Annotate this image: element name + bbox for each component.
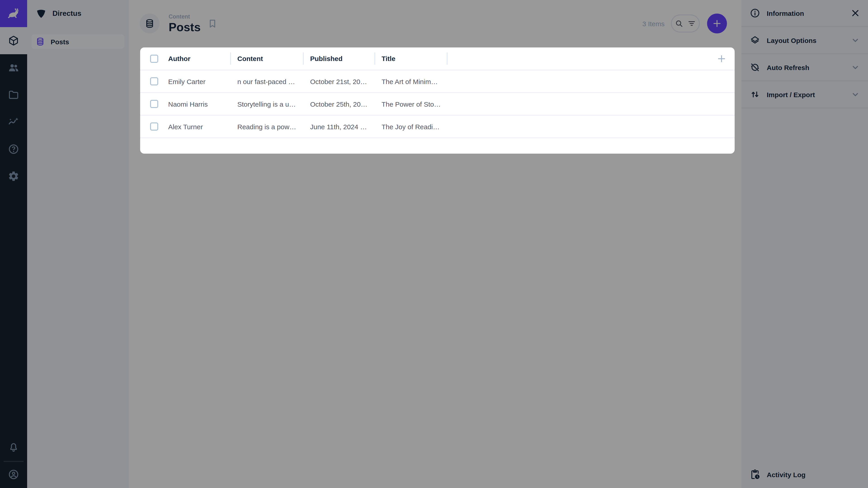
cell-published: June 11th, 2024 … (304, 123, 375, 130)
cell-content: Reading is a pow… (231, 123, 304, 130)
column-header-author[interactable]: Author (162, 47, 231, 70)
row-select-cell (140, 100, 162, 108)
cell-title: The Joy of Readi… (375, 123, 447, 130)
select-all-cell (140, 47, 162, 70)
column-header-title[interactable]: Title (375, 47, 447, 70)
table-row[interactable]: Emily Cartern our fast-paced …October 21… (140, 70, 735, 93)
column-header-published[interactable]: Published (304, 47, 375, 70)
cell-author: Naomi Harris (162, 100, 231, 108)
cell-content: n our fast-paced … (231, 77, 304, 85)
cell-title: The Art of Minim… (375, 77, 447, 85)
cell-author: Emily Carter (162, 77, 231, 85)
row-checkbox[interactable] (150, 100, 158, 108)
directus-app: Directus Posts Content Posts 3 Items (0, 0, 868, 488)
cell-author: Alex Turner (162, 123, 231, 130)
add-field-button[interactable] (716, 53, 727, 64)
column-header-content[interactable]: Content (231, 47, 304, 70)
cell-content: Storytelling is a u… (231, 100, 304, 108)
plus-icon (716, 53, 727, 64)
table-row[interactable]: Naomi HarrisStorytelling is a u…October … (140, 93, 735, 116)
row-checkbox[interactable] (150, 123, 158, 131)
row-select-cell (140, 77, 162, 86)
row-checkbox[interactable] (150, 77, 158, 86)
table-row[interactable]: Alex TurnerReading is a pow…June 11th, 2… (140, 116, 735, 138)
table-header-row: AuthorContentPublishedTitle (140, 47, 735, 70)
table-body: Emily Cartern our fast-paced …October 21… (140, 70, 735, 138)
select-all-checkbox[interactable] (150, 55, 158, 63)
header-filler (447, 53, 735, 64)
row-select-cell (140, 123, 162, 131)
items-table-card: AuthorContentPublishedTitle Emily Carter… (140, 47, 735, 154)
cell-published: October 25th, 20… (304, 100, 375, 108)
cell-published: October 21st, 20… (304, 77, 375, 85)
cell-title: The Power of Sto… (375, 100, 447, 108)
